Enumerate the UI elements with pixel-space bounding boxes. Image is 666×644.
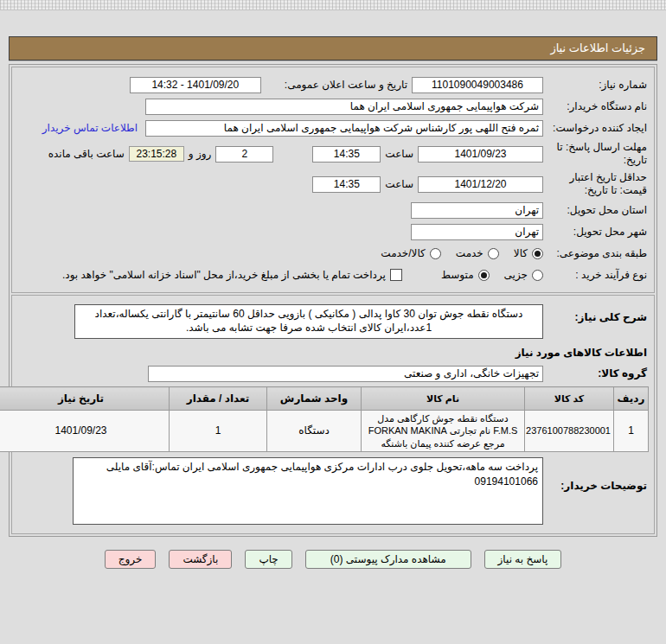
classification-option-goods-service[interactable]: کالا/خدمت xyxy=(381,247,440,259)
goods-table-row: 1 2376100788230001 دستگاه نقطه جوش کارگا… xyxy=(0,411,649,452)
cell-qty: 1 xyxy=(170,411,267,452)
province-row: استان محل تحویل: تهران xyxy=(17,201,649,219)
checkbox-unchecked-icon[interactable] xyxy=(390,269,402,281)
main-container: شماره نیاز: 1101090049003486 تاریخ و ساع… xyxy=(9,64,657,537)
countdown-timer: 23:15:28 xyxy=(129,146,184,162)
price-validity-date-input[interactable]: 1401/12/20 xyxy=(418,176,543,193)
col-header-unit: واحد شمارش xyxy=(267,387,362,411)
cell-code: 2376100788230001 xyxy=(525,411,614,452)
need-info-panel: شماره نیاز: 1101090049003486 تاریخ و ساع… xyxy=(11,67,655,293)
col-header-need-date: تاریخ نیاز xyxy=(0,387,170,411)
classification-option-label: خدمت xyxy=(456,247,483,259)
remaining-days-input[interactable]: 2 xyxy=(215,146,273,163)
classification-option-label: کالا/خدمت xyxy=(381,247,425,259)
request-creator-label: ایجاد کننده درخواست: xyxy=(543,122,649,135)
reply-deadline-time-input[interactable]: 14:35 xyxy=(312,146,381,163)
action-buttons-row: پاسخ به نیاز مشاهده مدارک پیوستی (0) چاپ… xyxy=(0,550,666,569)
announce-datetime-label: تاریخ و ساعت اعلان عمومی: xyxy=(285,79,407,91)
exit-button[interactable]: خروج xyxy=(105,550,157,569)
radio-icon[interactable] xyxy=(488,248,499,259)
cell-name: دستگاه نقطه جوش کارگاهی مدل F.M.S نام تج… xyxy=(362,411,525,452)
purchase-type-option-minor[interactable]: جزیی xyxy=(504,269,543,281)
print-button[interactable]: چاپ xyxy=(245,550,291,569)
goods-section-heading: اطلاعات کالاهای مورد نیاز xyxy=(19,347,647,359)
request-creator-input[interactable]: ثمره فتح اللهی پور کارشناس شرکت هواپیمای… xyxy=(145,120,543,137)
buyer-org-label: نام دستگاه خریدار: xyxy=(543,100,649,113)
classification-option-label: کالا xyxy=(514,247,528,259)
goods-table: ردیف کد کالا نام کالا واحد شمارش تعداد /… xyxy=(0,386,649,452)
col-header-qty: تعداد / مقدار xyxy=(170,387,267,411)
need-number-input[interactable]: 1101090049003486 xyxy=(412,77,543,93)
remaining-days-label: روز و xyxy=(189,148,212,160)
cell-need-date: 1401/09/23 xyxy=(0,411,170,452)
need-description-row: شرح کلی نیاز: دستگاه نقطه جوش توان 30 کا… xyxy=(17,304,649,339)
province-input[interactable]: تهران xyxy=(411,202,543,219)
remaining-hours-label: ساعت باقی مانده xyxy=(48,148,125,160)
back-button[interactable]: بازگشت xyxy=(169,550,232,569)
treasury-payment-option[interactable]: پرداخت تمام یا بخشی از مبلغ خرید،از محل … xyxy=(62,269,402,281)
city-row: شهر محل تحویل: تهران xyxy=(17,223,649,240)
price-validity-hour-label: ساعت xyxy=(385,178,413,190)
request-creator-row: ایجاد کننده درخواست: ثمره فتح اللهی پور … xyxy=(17,119,649,137)
price-validity-row: حداقل تاریخ اعتبار قیمت: تا تاریخ: 1401/… xyxy=(17,171,649,197)
buyer-org-row: نام دستگاه خریدار: شرکت هواپیمایی جمهوری… xyxy=(17,98,649,115)
city-label: شهر محل تحویل: xyxy=(543,226,649,239)
need-number-row: شماره نیاز: 1101090049003486 تاریخ و ساع… xyxy=(17,76,649,93)
cell-row-no: 1 xyxy=(614,411,649,452)
reply-deadline-hour-label: ساعت xyxy=(385,148,413,160)
purchase-type-option-label: جزیی xyxy=(504,269,528,281)
buyer-org-input[interactable]: شرکت هواپیمایی جمهوری اسلامی ایران هما xyxy=(145,99,543,115)
buyer-notes-label: توضیحات خریدار: xyxy=(543,457,649,493)
goods-group-row: گروه کالا: تجهیزات خانگی، اداری و صنعتی xyxy=(17,365,649,382)
reply-deadline-date-input[interactable]: 1401/09/23 xyxy=(418,146,543,163)
goods-group-label: گروه کالا: xyxy=(543,367,649,380)
buyer-notes-row: توضیحات خریدار: پرداخت سه ماهه،تحویل جلو… xyxy=(17,457,649,525)
purchase-type-row: نوع فرآیند خرید : جزیی متوسط پرداخت تمام… xyxy=(17,266,649,284)
need-detail-panel: شرح کلی نیاز: دستگاه نقطه جوش توان 30 کا… xyxy=(11,295,655,534)
goods-table-header-row: ردیف کد کالا نام کالا واحد شمارش تعداد /… xyxy=(0,387,649,411)
classification-row: طبقه بندی موضوعی: کالا خدمت کالا/خدمت xyxy=(17,245,649,262)
treasury-payment-label: پرداخت تمام یا بخشی از مبلغ خرید،از محل … xyxy=(62,269,386,281)
province-label: استان محل تحویل: xyxy=(543,204,649,217)
classification-option-service[interactable]: خدمت xyxy=(456,247,499,259)
classification-label: طبقه بندی موضوعی: xyxy=(543,247,649,260)
page-title: جزئیات اطلاعات نیاز xyxy=(9,36,657,61)
announce-datetime-input[interactable]: 1401/09/20 - 14:32 xyxy=(130,77,261,93)
classification-option-goods[interactable]: کالا xyxy=(514,247,543,259)
purchase-type-option-medium[interactable]: متوسط xyxy=(441,269,490,281)
price-validity-label: حداقل تاریخ اعتبار قیمت: تا تاریخ: xyxy=(543,171,649,197)
need-description-label: شرح کلی نیاز: xyxy=(543,304,649,324)
need-description-box[interactable]: دستگاه نقطه جوش توان 30 کاوا پدالی ( مکا… xyxy=(74,304,543,339)
reply-deadline-row: مهلت ارسال پاسخ: تا تاریخ: 1401/09/23 سا… xyxy=(17,141,649,167)
radio-selected-icon[interactable] xyxy=(478,270,490,281)
top-texture-strip xyxy=(0,0,666,10)
city-input[interactable]: تهران xyxy=(411,224,543,240)
reply-to-need-button[interactable]: پاسخ به نیاز xyxy=(484,550,562,569)
radio-icon[interactable] xyxy=(430,248,441,259)
need-number-label: شماره نیاز: xyxy=(543,79,649,92)
cell-unit: دستگاه xyxy=(267,411,362,452)
reply-deadline-label: مهلت ارسال پاسخ: تا تاریخ: xyxy=(543,141,649,167)
view-attachments-button[interactable]: مشاهده مدارک پیوستی (0) xyxy=(305,550,471,569)
buyer-contact-link[interactable]: اطلاعات تماس خریدار xyxy=(42,122,138,134)
buyer-notes-box[interactable]: پرداخت سه ماهه،تحویل جلوی درب ادارات مرک… xyxy=(73,457,543,525)
purchase-type-option-label: متوسط xyxy=(441,269,474,281)
price-validity-time-input[interactable]: 14:35 xyxy=(312,176,381,193)
goods-group-input[interactable]: تجهیزات خانگی، اداری و صنعتی xyxy=(148,366,543,382)
radio-icon[interactable] xyxy=(532,270,543,281)
col-header-name: نام کالا xyxy=(362,387,525,411)
radio-selected-icon[interactable] xyxy=(532,248,543,259)
col-header-row-no: ردیف xyxy=(614,387,649,411)
purchase-type-label: نوع فرآیند خرید : xyxy=(543,269,649,282)
col-header-code: کد کالا xyxy=(525,387,614,411)
